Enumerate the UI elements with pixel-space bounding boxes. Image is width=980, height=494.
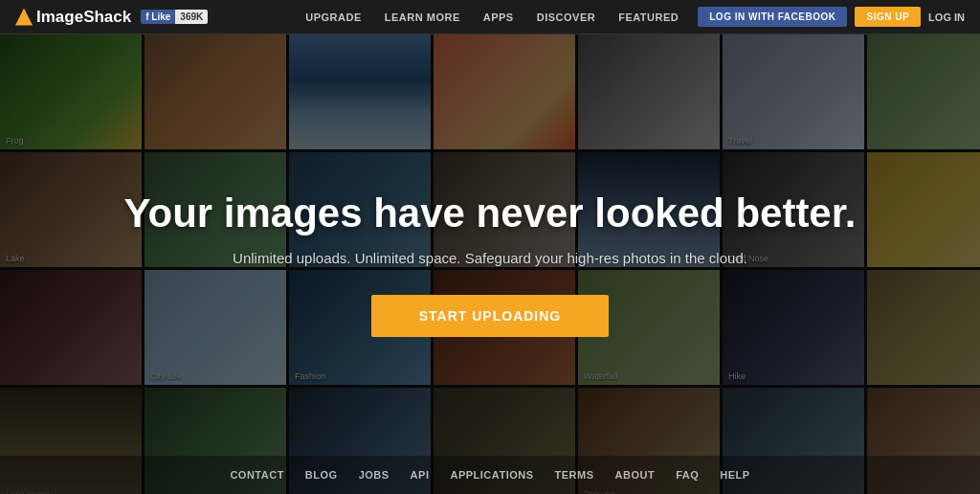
footer-item-blog[interactable]: BLOG bbox=[305, 469, 338, 481]
hero-section: Your images have never looked better. Un… bbox=[0, 34, 980, 494]
footer-item-about[interactable]: ABOUT bbox=[615, 469, 656, 481]
logo: ImageShack bbox=[15, 8, 131, 27]
hero-title: Your images have never looked better. bbox=[124, 191, 857, 236]
footer-item-help[interactable]: HELP bbox=[720, 469, 749, 481]
main-content: Frog Travel Lake Cold Nose City Life Fas… bbox=[0, 34, 980, 494]
header: ImageShack f Like 369K UPGRADE LEARN MOR… bbox=[0, 0, 980, 34]
footer-item-api[interactable]: API bbox=[411, 469, 430, 481]
fb-like-badge[interactable]: f Like bbox=[141, 10, 175, 24]
signup-button[interactable]: SIGN UP bbox=[855, 7, 921, 27]
nav-item-apps[interactable]: APPS bbox=[483, 11, 514, 23]
header-actions: LOG IN WITH FACEBOOK SIGN UP LOG IN bbox=[698, 7, 965, 27]
nav-item-learn-more[interactable]: LEARN MORE bbox=[385, 11, 460, 23]
nav-item-featured[interactable]: FEATURED bbox=[618, 11, 679, 23]
footer-item-faq[interactable]: FAQ bbox=[676, 469, 699, 481]
main-nav: UPGRADE LEARN MORE APPS DISCOVER FEATURE… bbox=[305, 11, 679, 23]
start-uploading-button[interactable]: START UPLOADING bbox=[371, 295, 610, 337]
footer-nav: CONTACT BLOG JOBS API APPLICATIONS TERMS… bbox=[0, 456, 980, 494]
nav-item-upgrade[interactable]: UPGRADE bbox=[305, 11, 362, 23]
nav-item-discover[interactable]: DISCOVER bbox=[537, 11, 595, 23]
hero-subtitle: Unlimited uploads. Unlimited space. Safe… bbox=[233, 250, 747, 266]
login-facebook-button[interactable]: LOG IN WITH FACEBOOK bbox=[698, 7, 847, 27]
footer-item-contact[interactable]: CONTACT bbox=[230, 469, 283, 481]
footer-item-applications[interactable]: APPLICATIONS bbox=[450, 469, 533, 481]
logo-icon bbox=[15, 9, 33, 26]
fb-like-count: 369K bbox=[175, 10, 208, 24]
login-button[interactable]: LOG IN bbox=[928, 11, 965, 23]
logo-area: ImageShack f Like 369K bbox=[15, 8, 208, 27]
logo-label: ImageShack bbox=[36, 8, 131, 27]
footer-item-terms[interactable]: TERMS bbox=[555, 469, 594, 481]
footer-item-jobs[interactable]: JOBS bbox=[359, 469, 390, 481]
fb-like-widget[interactable]: f Like 369K bbox=[141, 10, 208, 24]
